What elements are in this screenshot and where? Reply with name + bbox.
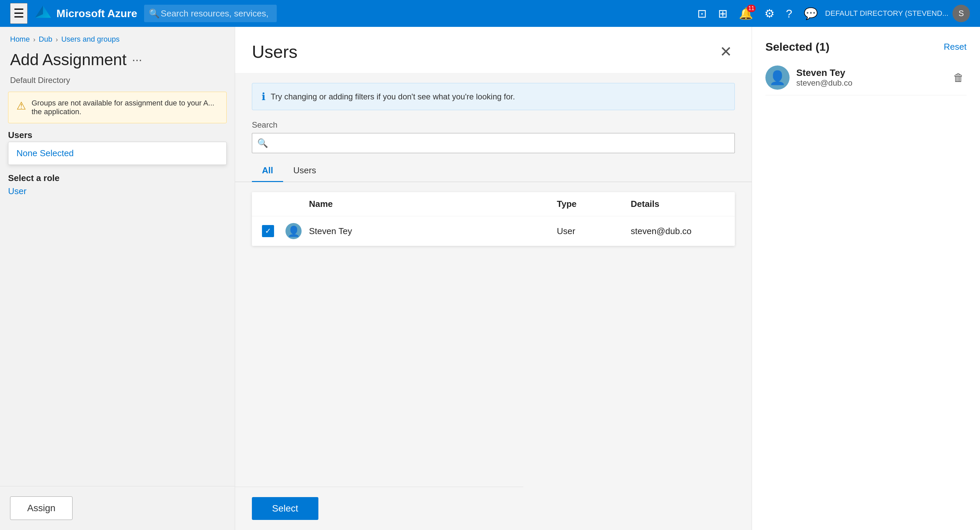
user-search-input[interactable]: [252, 133, 735, 153]
help-button[interactable]: ?: [782, 4, 796, 23]
left-panel-footer: Assign: [0, 486, 235, 530]
search-section: Search 🔍: [235, 120, 752, 160]
row-name: Steven Tey: [309, 226, 557, 236]
breadcrumb-home[interactable]: Home: [10, 35, 30, 44]
role-value: User: [8, 186, 227, 196]
info-text: Try changing or adding filters if you do…: [271, 92, 515, 102]
col-checkbox: [262, 199, 285, 209]
info-banner: ℹ Try changing or adding filters if you …: [252, 83, 735, 110]
user-menu[interactable]: DEFAULT DIRECTORY (STEVEND... S: [825, 5, 970, 22]
topbar: ☰ Microsoft Azure 🔍 ⊡ ⊞ 🔔 11 ⚙ ? 💬 DEFAU…: [0, 0, 980, 27]
avatar: S: [953, 5, 970, 22]
users-dropdown-value: None Selected: [16, 148, 218, 159]
panel-title: Add Assignment: [10, 50, 127, 69]
users-dropdown[interactable]: None Selected: [8, 142, 227, 165]
modal-header: Users ✕: [235, 27, 752, 73]
main-layout: Home › Dub › Users and groups Add Assign…: [0, 27, 980, 530]
breadcrumb-dub[interactable]: Dub: [39, 35, 52, 44]
global-search-input[interactable]: [144, 5, 277, 22]
tab-all[interactable]: All: [252, 160, 283, 182]
warning-icon: ⚠: [16, 99, 26, 116]
tabs: All Users: [235, 160, 752, 182]
assign-button[interactable]: Assign: [10, 497, 73, 520]
breadcrumb: Home › Dub › Users and groups: [0, 27, 235, 47]
row-checkbox[interactable]: ✓: [262, 225, 285, 237]
table-header: Name Type Details: [252, 192, 735, 216]
more-options-button[interactable]: ···: [132, 53, 142, 67]
tab-users[interactable]: Users: [283, 160, 326, 182]
reset-link[interactable]: Reset: [944, 41, 967, 52]
panel-header: Add Assignment ···: [0, 47, 235, 76]
row-details: steven@dub.co: [631, 226, 725, 236]
selected-header: Selected (1) Reset: [765, 40, 967, 53]
checkbox-checked: ✓: [262, 225, 274, 237]
modal-close-button[interactable]: ✕: [717, 40, 735, 63]
role-section: Select a role User: [0, 165, 235, 205]
col-icon: [285, 199, 309, 209]
warning-box: ⚠ Groups are not available for assignmen…: [8, 92, 227, 123]
selected-title: Selected (1): [765, 40, 830, 53]
notification-badge: 11: [747, 5, 756, 12]
table-row[interactable]: ✓ 👤 Steven Tey User steven@dub.co: [252, 216, 735, 246]
notifications-button[interactable]: 🔔 11: [735, 4, 757, 23]
col-type: Type: [557, 199, 631, 209]
remove-selected-user-button[interactable]: 🗑: [950, 69, 967, 87]
search-input-wrap: 🔍: [252, 133, 735, 153]
settings-button[interactable]: ⚙: [760, 4, 778, 23]
user-avatar: 👤: [285, 223, 302, 239]
selected-user-avatar: 👤: [765, 65, 789, 90]
selected-user-name: Steven Tey: [796, 67, 944, 78]
breadcrumb-users-groups[interactable]: Users and groups: [61, 35, 119, 44]
select-button[interactable]: Select: [252, 497, 318, 520]
info-icon: ℹ: [262, 91, 265, 102]
cloud-shell-button[interactable]: ⊡: [693, 4, 711, 23]
menu-button[interactable]: ☰: [10, 3, 27, 24]
user-table: Name Type Details ✓ 👤 Steven Tey User st…: [252, 192, 735, 246]
users-modal: Users ✕ ℹ Try changing or adding filters…: [235, 27, 752, 530]
selected-panel: Selected (1) Reset 👤 Steven Tey steven@d…: [752, 27, 980, 530]
users-section-label: Users: [8, 130, 227, 140]
left-panel: Home › Dub › Users and groups Add Assign…: [0, 27, 235, 530]
col-details: Details: [631, 199, 725, 209]
breadcrumb-sep-1: ›: [33, 36, 36, 43]
row-user-icon: 👤: [285, 223, 309, 239]
app-name: Microsoft Azure: [56, 7, 137, 20]
breadcrumb-sep-2: ›: [56, 36, 58, 43]
selected-user-email: steven@dub.co: [796, 78, 944, 88]
feedback-button[interactable]: ⊞: [714, 4, 732, 23]
row-type: User: [557, 226, 631, 236]
search-icon: 🔍: [257, 138, 268, 148]
selected-item: 👤 Steven Tey steven@dub.co 🗑: [765, 60, 967, 95]
users-section: Users None Selected: [0, 130, 235, 165]
selected-user-info: Steven Tey steven@dub.co: [796, 67, 944, 88]
role-label: Select a role: [8, 173, 227, 183]
modal-title: Users: [252, 41, 298, 62]
topbar-icons: ⊡ ⊞ 🔔 11 ⚙ ? 💬 DEFAULT DIRECTORY (STEVEN…: [693, 4, 970, 23]
panel-subtitle: Default Directory: [0, 76, 235, 92]
user-directory-label: DEFAULT DIRECTORY (STEVEND...: [825, 9, 948, 18]
col-name: Name: [309, 199, 557, 209]
search-label: Search: [252, 120, 735, 130]
app-logo: Microsoft Azure: [34, 5, 137, 22]
right-panel: Users ✕ ℹ Try changing or adding filters…: [235, 27, 980, 530]
feedback2-button[interactable]: 💬: [800, 4, 822, 23]
search-wrapper: 🔍: [144, 5, 686, 22]
warning-text: Groups are not available for assignment …: [32, 99, 218, 116]
modal-footer: Select: [235, 487, 523, 530]
search-icon-top: 🔍: [149, 8, 159, 19]
